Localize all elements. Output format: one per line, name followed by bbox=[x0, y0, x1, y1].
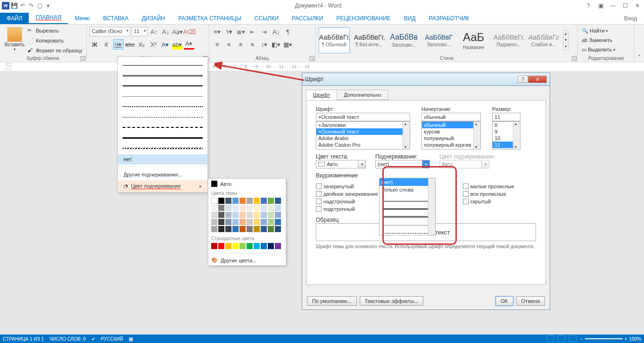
font-size-combo[interactable]: 11 bbox=[132, 27, 148, 36]
underline-style-single[interactable] bbox=[123, 60, 203, 70]
align-right-icon[interactable]: ≡ bbox=[236, 39, 246, 50]
text-effects-button[interactable]: A▾ bbox=[160, 39, 171, 50]
subscript-button[interactable]: X₂ bbox=[137, 39, 147, 50]
color-swatch[interactable] bbox=[239, 212, 246, 218]
undo-icon[interactable]: ↶ bbox=[19, 2, 26, 9]
color-swatch[interactable] bbox=[268, 219, 274, 225]
color-swatch[interactable] bbox=[218, 205, 224, 211]
color-swatch[interactable] bbox=[211, 219, 217, 225]
color-swatch[interactable] bbox=[218, 226, 224, 232]
dialog-help-icon[interactable]: ? bbox=[518, 75, 528, 83]
view-print-icon[interactable] bbox=[558, 335, 565, 342]
color-swatch[interactable] bbox=[275, 205, 281, 211]
color-swatch[interactable] bbox=[254, 219, 260, 225]
color-swatch[interactable] bbox=[225, 219, 231, 225]
style-normal[interactable]: АаБбВвГг,¶ Обычный bbox=[319, 27, 350, 53]
color-swatch[interactable] bbox=[239, 205, 246, 211]
strike-button[interactable]: abc bbox=[125, 39, 135, 50]
tab-layout[interactable]: РАЗМЕТКА СТРАНИЦЫ bbox=[172, 13, 248, 24]
underline-style-dashed[interactable] bbox=[123, 112, 203, 122]
color-swatch[interactable] bbox=[275, 198, 281, 204]
color-swatch[interactable] bbox=[247, 198, 253, 204]
style-title[interactable]: АаБНазвание bbox=[458, 27, 489, 53]
color-swatch[interactable] bbox=[239, 243, 246, 249]
style-no-spacing[interactable]: АаБбВвГг,¶ Без инте... bbox=[354, 27, 385, 53]
status-language[interactable]: РУССКИЙ bbox=[101, 336, 123, 342]
color-swatch[interactable] bbox=[211, 198, 217, 204]
color-swatch[interactable] bbox=[268, 243, 274, 249]
color-swatch[interactable] bbox=[225, 226, 231, 232]
text-effects-button[interactable]: Текстовые эффекты... bbox=[360, 296, 424, 306]
zoom-in-icon[interactable]: + bbox=[625, 336, 627, 342]
zoom-control[interactable]: − + 100% bbox=[580, 336, 641, 342]
color-swatch[interactable] bbox=[254, 205, 260, 211]
dialog-titlebar[interactable]: Шрифт ? ✕ bbox=[302, 73, 550, 86]
show-marks-icon[interactable]: ¶ bbox=[283, 26, 293, 37]
color-swatch[interactable] bbox=[218, 243, 224, 249]
style-heading1[interactable]: АаБбВвЗаголово... bbox=[388, 27, 420, 53]
color-swatch[interactable] bbox=[232, 243, 239, 249]
color-swatch[interactable] bbox=[247, 219, 253, 225]
macro-icon[interactable]: ▦ bbox=[129, 336, 133, 342]
dialog-tab-font[interactable]: Шрифт bbox=[306, 90, 337, 100]
justify-icon[interactable]: ≡ bbox=[248, 39, 258, 50]
color-swatch[interactable] bbox=[275, 243, 281, 249]
ribbon-display-icon[interactable]: ▣ bbox=[597, 2, 604, 9]
style-input[interactable]: обычный bbox=[421, 113, 481, 121]
login-link[interactable]: Вход bbox=[622, 13, 639, 24]
find-button[interactable]: 🔍Найти▾ bbox=[581, 26, 609, 35]
dialog-close-icon[interactable]: ✕ bbox=[528, 75, 547, 83]
color-swatch[interactable] bbox=[268, 205, 274, 211]
line-spacing-icon[interactable]: ↕▾ bbox=[259, 39, 270, 50]
tab-developer[interactable]: РАЗРАБОТЧИК bbox=[422, 13, 476, 24]
color-swatch[interactable] bbox=[239, 226, 246, 232]
underline-button[interactable]: Ч▾ bbox=[113, 39, 124, 50]
tab-references[interactable]: ССЫЛКИ bbox=[248, 13, 285, 24]
cb-hidden[interactable]: скрытый bbox=[463, 199, 514, 204]
view-web-icon[interactable] bbox=[569, 335, 577, 342]
italic-button[interactable]: К bbox=[101, 39, 112, 50]
color-swatch[interactable] bbox=[261, 198, 267, 204]
cb-strike[interactable]: зачеркнутый bbox=[316, 184, 378, 189]
minimize-icon[interactable]: — bbox=[609, 2, 617, 9]
style-subtitle[interactable]: АаБбВвГг,Подзагол... bbox=[493, 27, 524, 53]
color-swatch[interactable] bbox=[247, 212, 253, 218]
underline-style-heavy[interactable] bbox=[123, 133, 203, 143]
redo-icon[interactable]: ↷ bbox=[27, 2, 35, 9]
styles-more-button[interactable]: ▴▾▾ bbox=[563, 30, 569, 50]
clear-format-icon[interactable]: A⌫ bbox=[184, 26, 195, 37]
underline-color-item[interactable]: ◔Цвет подчеркивания▸ bbox=[118, 180, 207, 192]
underline-style-dotted-thick[interactable] bbox=[123, 101, 203, 112]
tab-home[interactable]: ГЛАВНАЯ bbox=[29, 12, 68, 24]
highlight-button[interactable]: ab▾ bbox=[172, 39, 182, 50]
default-button[interactable]: По умолчанию... bbox=[307, 296, 357, 306]
color-swatch[interactable] bbox=[247, 205, 253, 211]
cut-button[interactable]: ✂Вырезать bbox=[26, 26, 83, 35]
color-swatch[interactable] bbox=[211, 212, 217, 218]
style-heading2[interactable]: АаБбВвГЗаголово... bbox=[423, 27, 454, 53]
align-left-icon[interactable]: ≡ bbox=[212, 39, 223, 50]
status-wordcount[interactable]: ЧИСЛО СЛОВ: 0 bbox=[50, 336, 86, 342]
size-input[interactable]: 11 bbox=[492, 113, 520, 121]
color-swatch[interactable] bbox=[232, 205, 239, 211]
font-input[interactable]: +Основной текст bbox=[316, 113, 410, 121]
color-swatch[interactable] bbox=[239, 198, 246, 204]
color-swatch[interactable] bbox=[261, 205, 267, 211]
format-painter-button[interactable]: 🖌Формат по образцу bbox=[26, 46, 83, 55]
color-swatch[interactable] bbox=[232, 198, 239, 204]
numbering-icon[interactable]: ⅟▾ bbox=[224, 26, 234, 37]
qat-dropdown-icon[interactable]: ▾ bbox=[44, 2, 52, 9]
color-swatch[interactable] bbox=[254, 226, 260, 232]
color-swatch[interactable] bbox=[254, 243, 260, 249]
color-swatch[interactable] bbox=[261, 212, 267, 218]
color-swatch[interactable] bbox=[218, 198, 224, 204]
paragraph-launcher-icon[interactable]: ↘ bbox=[310, 56, 314, 61]
underline-style-thick[interactable] bbox=[123, 81, 203, 91]
shrink-font-icon[interactable]: A↓ bbox=[161, 26, 171, 37]
color-swatch[interactable] bbox=[254, 212, 260, 218]
color-swatch[interactable] bbox=[275, 226, 281, 232]
text-color-combo[interactable]: Авто▾ bbox=[316, 160, 366, 168]
help-icon[interactable]: ? bbox=[585, 2, 592, 9]
change-case-icon[interactable]: Aa▾ bbox=[173, 26, 183, 37]
color-swatch[interactable] bbox=[268, 212, 274, 218]
